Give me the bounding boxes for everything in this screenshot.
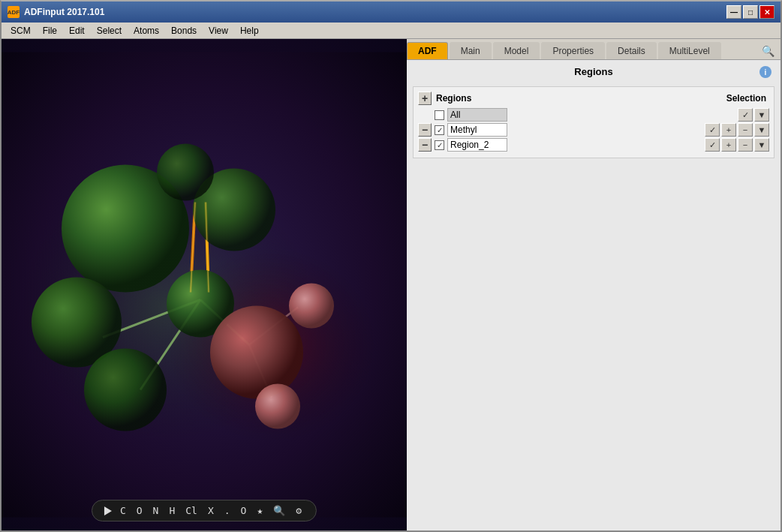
search-tool-button[interactable]: 🔍 — [271, 503, 287, 518]
region-region2-add-btn[interactable]: + — [721, 138, 736, 152]
molecule-canvas — [2, 39, 407, 530]
add-region-button[interactable]: + — [418, 92, 432, 105]
regions-container: + Regions Selection ✓ ▼ — [413, 86, 774, 158]
title-bar: ADF ADFinput 2017.101 — □ ✕ — [2, 2, 780, 23]
play-button[interactable] — [104, 506, 112, 515]
app-window: ADF ADFinput 2017.101 — □ ✕ SCM File Edi… — [0, 0, 782, 532]
region-row-methyl: − ✓ + − ▼ — [418, 123, 769, 137]
tab-multilevel[interactable]: MultiLevel — [658, 42, 721, 59]
region-all-name-input[interactable] — [447, 108, 507, 122]
panel-content: Regions i + Regions Selection — [407, 60, 780, 530]
selection-column-label: Selection — [726, 93, 766, 104]
tab-main[interactable]: Main — [450, 42, 492, 59]
minimize-button[interactable]: — — [726, 5, 741, 19]
region-all-selection-controls: ✓ ▼ — [738, 108, 769, 122]
region-region2-minus-btn[interactable]: − — [738, 138, 753, 152]
menu-file[interactable]: File — [37, 24, 63, 38]
region-region2-dropdown-btn[interactable]: ▼ — [754, 138, 769, 152]
region-methyl-remove-btn[interactable]: − — [418, 123, 432, 137]
maximize-button[interactable]: □ — [743, 5, 758, 19]
region-row-region2: − ✓ + − ▼ — [418, 138, 769, 152]
app-icon: ADF — [8, 6, 20, 18]
region-region2-selection-controls: ✓ + − ▼ — [705, 138, 769, 152]
close-button[interactable]: ✕ — [759, 5, 774, 19]
element-h-button[interactable]: H — [167, 503, 177, 518]
region-region2-select-btn[interactable]: ✓ — [705, 138, 720, 152]
element-c-button[interactable]: C — [118, 503, 128, 518]
tab-properties[interactable]: Properties — [541, 42, 605, 59]
menu-scm[interactable]: SCM — [5, 24, 37, 38]
viewport-toolbar: C O N H Cl X . O ★ 🔍 ⚙ — [92, 500, 317, 521]
menu-bonds[interactable]: Bonds — [165, 24, 203, 38]
right-panel: ADF Main Model Properties Details MultiL… — [407, 39, 780, 530]
tab-model[interactable]: Model — [493, 42, 540, 59]
panel-title-text: Regions — [574, 66, 612, 77]
region-methyl-add-btn[interactable]: + — [721, 123, 736, 137]
region-methyl-dropdown-btn[interactable]: ▼ — [754, 123, 769, 137]
settings-tool-button[interactable]: ⚙ — [293, 503, 304, 518]
region-methyl-name-input[interactable] — [447, 123, 507, 137]
window-controls: — □ ✕ — [726, 5, 774, 19]
window-title: ADFinput 2017.101 — [24, 7, 726, 17]
region-methyl-minus-btn[interactable]: − — [738, 123, 753, 137]
panel-title: Regions i — [413, 66, 774, 77]
region-methyl-checkbox[interactable] — [435, 125, 444, 135]
tab-adf[interactable]: ADF — [407, 42, 448, 59]
regions-header-row: + Regions Selection — [418, 92, 769, 105]
svg-point-13 — [84, 349, 167, 431]
menu-atoms[interactable]: Atoms — [128, 24, 165, 38]
region-methyl-select-btn[interactable]: ✓ — [705, 123, 720, 137]
menu-select[interactable]: Select — [91, 24, 128, 38]
svg-point-14 — [157, 144, 214, 201]
tab-details[interactable]: Details — [606, 42, 657, 59]
element-o2-button[interactable]: O — [239, 503, 249, 518]
svg-point-17 — [289, 284, 334, 329]
element-n-button[interactable]: N — [151, 503, 161, 518]
menu-edit[interactable]: Edit — [63, 24, 91, 38]
region-region2-checkbox[interactable] — [435, 140, 444, 150]
region-region2-name-input[interactable] — [447, 138, 507, 152]
svg-point-16 — [210, 306, 303, 399]
menu-bar: SCM File Edit Select Atoms Bonds View He… — [2, 23, 780, 39]
element-dot-button[interactable]: . — [222, 503, 233, 518]
content-area: C O N H Cl X . O ★ 🔍 ⚙ ADF Main Model Pr… — [2, 39, 780, 530]
regions-column-label: Regions — [436, 93, 726, 104]
star-button[interactable]: ★ — [254, 503, 265, 518]
region-all-checkbox[interactable] — [435, 110, 444, 120]
region-row-all: ✓ ▼ — [418, 108, 769, 122]
menu-view[interactable]: View — [203, 24, 234, 38]
region-methyl-selection-controls: ✓ + − ▼ — [705, 123, 769, 137]
element-cl-button[interactable]: Cl — [183, 503, 200, 518]
viewport-3d[interactable]: C O N H Cl X . O ★ 🔍 ⚙ — [2, 39, 407, 530]
element-x-button[interactable]: X — [206, 503, 216, 518]
svg-point-18 — [255, 384, 300, 429]
search-tab-button[interactable]: 🔍 — [756, 44, 780, 59]
region-all-select-btn[interactable]: ✓ — [738, 108, 753, 122]
tab-bar: ADF Main Model Properties Details MultiL… — [407, 39, 780, 60]
region-all-dropdown-btn[interactable]: ▼ — [754, 108, 769, 122]
menu-help[interactable]: Help — [234, 24, 265, 38]
info-button[interactable]: i — [759, 66, 771, 78]
element-o-button[interactable]: O — [134, 503, 145, 518]
region-region2-remove-btn[interactable]: − — [418, 138, 432, 152]
